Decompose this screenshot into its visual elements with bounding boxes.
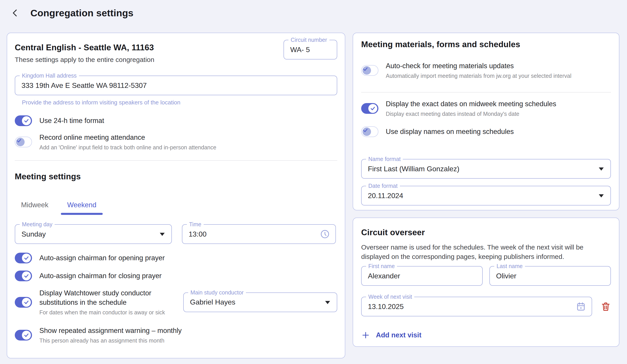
kingdom-hall-address-helper: Provide the address to inform visiting s… [22,99,337,106]
date-format-label: Date format [366,182,400,189]
name-format-value: First Last (William Gonzalez) [368,165,459,173]
check-icon [23,299,29,305]
toggle-label: Use display names on meeting schedules [386,127,514,136]
chevron-left-icon [10,8,20,18]
autocheck-materials-toggle[interactable] [361,65,378,76]
main-study-conductor-value: Gabriel Hayes [190,298,235,306]
check-icon [363,66,371,72]
meeting-day-select[interactable]: Meeting day Sunday [15,224,172,244]
toggle-text: Use display names on meeting schedules [386,127,514,136]
auto-assign-closing-prayer-toggle[interactable] [15,271,32,281]
toggle-text: Display the exact dates on midweek meeti… [386,99,556,117]
first-name-value: Alexander [368,272,400,280]
toggle-helper: Automatically import meeting materials f… [386,72,572,79]
page-title: Congregation settings [30,8,134,19]
congregation-title: Central English - Seattle WA, 11163 [15,43,155,52]
toggle-row-autocheck-materials: Auto-check for meeting materials updates… [361,61,611,79]
congregation-settings-card: Central English - Seattle WA, 11163 Thes… [7,33,345,359]
circuit-overseer-card: Circuit overseer Overseer name is used f… [353,218,619,347]
week-of-next-visit-label: Week of next visit [366,293,414,300]
toggle-text: Use 24-h time format [39,116,104,125]
toggle-thumb [22,272,31,280]
content-columns: Central English - Seattle WA, 11163 Thes… [0,33,627,359]
main-study-conductor-label: Main study conductor [188,289,246,296]
toggle-row-exact-dates: Display the exact dates on midweek meeti… [361,99,611,117]
meeting-day-time-row: Meeting day Sunday Time 13:00 [15,224,337,244]
auto-assign-opening-prayer-toggle[interactable] [15,253,32,263]
tab-midweek[interactable]: Midweek [15,201,54,215]
toggle-text: Record online meeting attendance Add an … [39,133,216,151]
dropdown-caret-icon [599,168,604,171]
back-button[interactable] [9,7,21,19]
check-icon [23,255,29,261]
toggle-label: Show repeated assignment warning – month… [39,326,182,335]
display-names-toggle[interactable] [361,126,378,137]
materials-heading: Meeting materials, forms and schedules [361,40,611,49]
congregation-head-row: Central English - Seattle WA, 11163 Thes… [15,40,337,63]
toggle-row-online-attendance: Record online meeting attendance Add an … [15,133,337,151]
toggle-thumb [16,138,25,146]
check-icon [363,128,371,133]
date-format-value: 20.11.2024 [368,192,403,200]
meeting-tabs: Midweek Weekend [15,201,337,215]
exact-dates-toggle[interactable] [361,103,378,114]
dropdown-caret-icon [160,233,165,236]
check-icon [370,105,376,111]
toggle-label: Auto-assign chairman for closing prayer [39,271,161,281]
record-online-attendance-toggle[interactable] [15,136,32,147]
toggle-text: Auto-assign chairman for closing prayer [39,271,161,281]
last-name-value: Olivier [496,272,517,280]
kingdom-hall-address-field[interactable]: Kingdom Hall address 333 19th Ave E Seat… [15,76,337,95]
toggle-text: Display Watchtower study conductor subst… [39,288,173,316]
toggle-row-closing-prayer: Auto-assign chairman for closing prayer [15,271,337,281]
first-name-field[interactable]: First name Alexander [361,266,483,286]
toggle-thumb [363,66,371,75]
delete-visit-button[interactable] [601,301,611,312]
toggle-label: Display the exact dates on midweek meeti… [386,99,556,109]
main-study-conductor-select[interactable]: Main study conductor Gabriel Hayes [183,292,337,312]
circuit-number-field[interactable]: Circuit number WA- 5 [283,40,337,59]
toggle-label: Record online meeting attendance [39,133,216,142]
dropdown-caret-icon [325,301,330,304]
toggle-helper: This person already has an assignment th… [39,337,182,344]
toggle-label: Auto-assign chairman for opening prayer [39,253,165,263]
week-of-next-visit-value: 13.10.2025 [368,303,404,311]
watchtower-substitutions-toggle[interactable] [15,297,32,308]
toggle-thumb [363,128,371,136]
toggle-thumb [22,116,31,125]
toggle-thumb [22,331,31,340]
toggle-thumb [22,254,31,263]
date-format-select[interactable]: Date format 20.11.2024 [361,186,611,205]
toggle-text: Show repeated assignment warning – month… [39,326,182,344]
use-24h-time-format-toggle[interactable] [15,115,32,126]
toggle-text: Auto-assign chairman for opening prayer [39,253,165,263]
toggle-helper: Add an 'Online' input field to track bot… [39,144,216,151]
clock-icon[interactable] [320,229,330,239]
week-of-next-visit-field[interactable]: Week of next visit 13.10.2025 [361,297,592,316]
name-format-label: Name format [366,156,403,162]
congregation-titles: Central English - Seattle WA, 11163 Thes… [15,40,155,63]
check-icon [23,332,29,338]
overseer-names-row: First name Alexander Last name Olivier [361,266,611,286]
circuit-overseer-description: Overseer name is used for the schedules.… [361,243,611,261]
toggle-helper: For dates when the main conductor is awa… [39,309,173,316]
name-format-select[interactable]: Name format First Last (William Gonzalez… [361,159,611,179]
toggle-label: Display Watchtower study conductor subst… [39,288,173,307]
repeated-assignment-warning-toggle[interactable] [15,330,32,341]
circuit-number-label: Circuit number [288,37,329,43]
add-next-visit-button[interactable]: Add next visit [361,331,421,340]
last-name-field[interactable]: Last name Olivier [489,266,611,286]
time-field[interactable]: Time 13:00 [182,224,336,244]
toggle-label: Use 24-h time format [39,116,104,125]
week-of-next-visit-row: Week of next visit 13.10.2025 [361,297,611,316]
meeting-day-label: Meeting day [20,221,54,228]
calendar-icon[interactable] [575,301,586,312]
check-icon [23,118,29,124]
circuit-number-value: WA- 5 [290,46,310,54]
toggle-row-repeated-warning: Show repeated assignment warning – month… [15,326,337,344]
time-value: 13:00 [189,230,207,238]
section-divider [15,160,337,161]
toggle-label: Auto-check for meeting materials updates [386,61,572,71]
tab-weekend[interactable]: Weekend [61,201,103,215]
check-icon [16,138,25,143]
